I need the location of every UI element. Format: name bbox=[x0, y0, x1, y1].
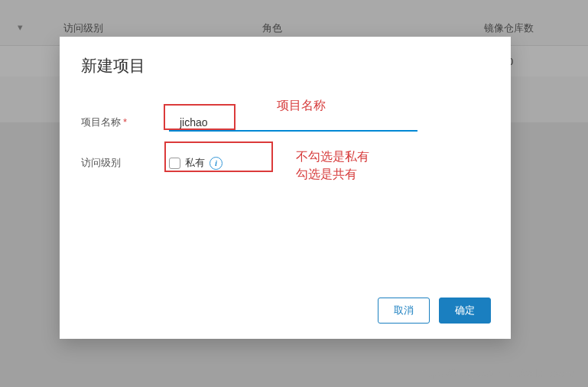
access-label: 访问级别 bbox=[81, 156, 169, 170]
private-label: 私有 bbox=[185, 156, 205, 170]
name-label: 项目名称* bbox=[81, 115, 169, 129]
private-checkbox[interactable] bbox=[169, 158, 180, 169]
new-project-modal: 新建项目 项目名称* 访问级别 私有 i 取消 确定 bbox=[60, 37, 511, 339]
form-row-name: 项目名称* bbox=[81, 113, 489, 132]
modal-footer: 取消 确定 bbox=[378, 298, 491, 324]
cancel-button[interactable]: 取消 bbox=[378, 298, 430, 324]
project-name-input[interactable] bbox=[169, 113, 417, 132]
info-icon[interactable]: i bbox=[210, 157, 223, 170]
modal-title: 新建项目 bbox=[81, 55, 489, 76]
ok-button[interactable]: 确定 bbox=[439, 298, 491, 324]
form-row-access: 访问级别 私有 i bbox=[81, 156, 489, 170]
